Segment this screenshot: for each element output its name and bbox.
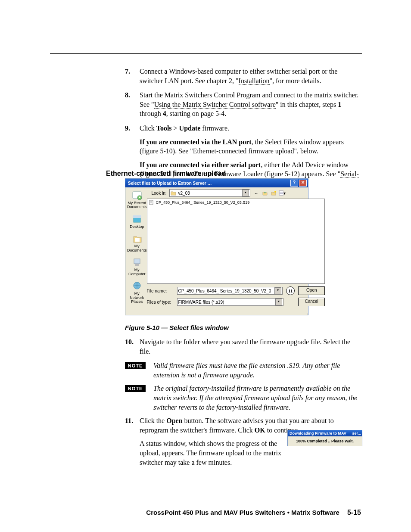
step-sub: If you are connected via the LAN port, t… [140,137,362,156]
look-in-label: Look in: [147,191,167,196]
place-label: My Documents [127,244,147,252]
file-list[interactable]: CP_450_Plus_6464_ Series_19_1320_50_V2_0… [147,199,325,284]
status-window: Downloading Firmware to MAV ser... 100% … [287,430,362,446]
chevron-down-icon[interactable]: ▾ [275,299,282,305]
status-body: 100% Completed .. Please Wait. [288,436,362,446]
svg-rect-6 [135,264,139,266]
figure-caption: Figure 5-10 — Select files window [125,324,229,331]
step: 7 Connect a Windows-based computer to ei… [125,67,362,85]
svg-rect-3 [133,215,141,218]
callout-11: 11 [286,286,295,295]
file-name-label: File name: [147,289,174,293]
top-rule [50,53,362,54]
file-item-label: CP_450_Plus_6464_ Series_19_1320_50_V2_0… [156,200,250,205]
folder-open-icon [171,190,177,196]
svg-rect-5 [134,259,140,264]
open-button[interactable]: Open [298,286,325,295]
files-of-type-combo[interactable]: FIRMWARE files (*.s19) ▾ [177,298,284,306]
place-item[interactable]: Desktop [130,214,144,229]
place-item[interactable]: My Network Places [127,280,147,304]
file-icon [149,200,154,205]
step-body: Start the Matrix Switchers Control Progr… [140,90,362,118]
file-item[interactable]: CP_450_Plus_6464_ Series_19_1320_50_V2_0… [149,200,323,205]
svg-rect-4 [135,238,140,242]
help-icon[interactable]: ? [290,180,298,187]
note-body: The original factory-installed firmware … [153,384,362,412]
cancel-button[interactable]: Cancel [298,298,325,306]
place-label: My Recent Documents [127,201,147,209]
dialog-title: Select files to Upload to Extron Server … [128,181,290,186]
place-label: My Network Places [127,292,147,304]
step-body: Navigate to the folder where you saved t… [140,337,362,356]
dialog-titlebar: Select files to Upload to Extron Server … [125,179,308,187]
files-of-type-label: Files of type: [147,300,174,305]
svg-rect-9 [279,191,283,195]
resize-grip[interactable] [125,311,308,315]
note: NOTEThe original factory-installed firmw… [125,384,362,412]
place-item[interactable]: My Recent Documents [127,190,147,209]
view-menu-icon[interactable]: ▾ [279,190,286,196]
note: NOTEValid firmware files must have the f… [125,361,362,380]
back-icon[interactable]: ← [253,190,260,196]
step-number: 8 [125,90,140,118]
look-in-combo[interactable]: v2_03 ▾ [169,189,250,197]
place-label: My Computer [127,268,147,276]
step-number: 10 [125,337,140,356]
link-using-software[interactable]: Using the Matrix Switcher Control softwa… [154,101,276,109]
place-item[interactable]: My Computer [127,257,147,276]
files-of-type-value: FIRMWARE files (*.s19) [178,300,224,305]
link-installation[interactable]: Installation [239,77,270,85]
step-body: Connect a Windows-based computer to eith… [140,67,362,85]
step-sub: A status window, which shows the progres… [140,439,296,467]
select-files-dialog: Select files to Upload to Extron Server … [125,178,308,315]
places-bar: My Recent DocumentsDesktopMy DocumentsMy… [127,189,147,309]
look-in-value: v2_03 [178,191,190,196]
section-heading: Ethernet-connected firmware upload [106,170,226,177]
status-title-suffix: ser... [352,430,361,436]
step: 10Navigate to the folder where you saved… [125,337,362,356]
place-label: Desktop [130,225,144,229]
steps-lower: 10Navigate to the folder where you saved… [125,337,362,472]
note-badge: NOTE [125,362,146,369]
file-name-combo[interactable]: CP_450_Plus_6464_ Series_19_1320_50_V2_0… [177,287,283,295]
page-number: 5-15 [347,509,361,516]
chevron-down-icon[interactable]: ▾ [274,287,281,294]
footer-text: CrossPoint 450 Plus and MAV Plus Switche… [146,509,339,516]
place-item[interactable]: My Documents [127,233,147,252]
up-folder-icon[interactable] [262,190,268,196]
step: 8 Start the Matrix Switchers Control Pro… [125,90,362,118]
chevron-down-icon[interactable]: ▾ [242,190,249,196]
svg-point-8 [274,191,276,193]
step-number: 11 [125,416,140,467]
new-folder-icon[interactable] [270,190,277,196]
status-title: Downloading Firmware to MAV [290,430,346,436]
file-name-value: CP_450_Plus_6464_ Series_19_1320_50_V2_0 [178,289,271,293]
step-number: 7 [125,67,140,85]
note-badge: NOTE [125,385,146,392]
note-body: Valid firmware files must have the file … [153,361,362,380]
page-footer: CrossPoint 450 Plus and MAV Plus Switche… [0,509,411,516]
close-icon[interactable]: ✕ [299,180,307,187]
